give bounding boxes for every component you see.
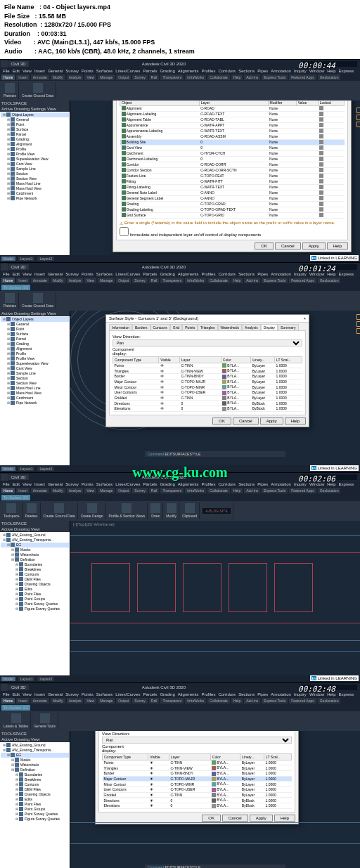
doc-tab[interactable]: Civil 3D [8,685,29,690]
table-row[interactable]: Gridded👁C-TINNBYLA...ByLayer1.0000 [113,395,302,401]
tree-node[interactable]: ⊞Point Survey Queries [1,602,69,607]
viewport[interactable]: Drawing Settings - Object Layers× Units … [70,101,360,255]
visibility-icon[interactable]: 👁 [160,396,164,400]
menu-item[interactable]: Grading [160,272,174,276]
table-row[interactable]: Alignment-LabelingC-ROAD-TEXTNone [120,111,345,117]
ribbon-tab[interactable]: Express Tools [262,698,288,704]
tree-node[interactable]: ⊞Mass Haul View [1,391,69,396]
menu-item[interactable]: Pipes [257,272,268,276]
tree-node[interactable]: ⊞Definition [1,767,69,772]
tree-node[interactable]: ⊞Masks [1,758,69,763]
tree-node[interactable]: ⊞Sample Line [1,167,69,171]
tree-node[interactable]: ⊞Point Groups [1,597,69,602]
ribbon-tab[interactable]: InfraWorks [185,75,206,80]
palettes-group[interactable]: Palettes [1,292,19,309]
tree-node[interactable]: ⊞Contours [1,572,69,577]
tree-node[interactable]: ⊞Cant View [1,162,69,167]
ribbon-tab[interactable]: View [84,488,96,493]
tree-node[interactable]: ⊞Point Survey Queries [1,812,69,817]
tree-node[interactable]: ⊞Masks [1,548,69,552]
menu-item[interactable]: Grading [160,69,174,73]
visibility-icon[interactable]: 👁 [160,374,164,378]
lock-icon[interactable] [319,207,323,212]
menu-item[interactable]: Surfaces [96,692,113,697]
menu-item[interactable]: Corridors [218,69,236,73]
model-tab[interactable]: Layout2 [37,677,54,681]
menu-item[interactable]: Survey [65,482,79,486]
tree-node[interactable]: ⊞Parcel [1,337,69,342]
table-row[interactable]: Elevations👁0BYLA...ByBlock1.0000 [113,406,302,411]
ribbon-tab[interactable]: Insert [16,75,30,80]
help-button[interactable]: Help [327,242,348,250]
tree-node[interactable]: ⊞Grading [1,137,69,142]
tree-node[interactable]: ⊞Point Groups [1,807,69,812]
tree-node[interactable]: ⊞Edits [1,797,69,802]
dialog-tab[interactable]: Grid [170,324,182,330]
menu-item[interactable]: Sections [238,692,255,697]
ribbon-tab[interactable]: Help [231,488,243,493]
menu-item[interactable]: Alignments [178,272,199,276]
menu-item[interactable]: Insert [34,692,45,697]
ribbon-tab[interactable]: View [84,278,96,283]
ribbon-tab[interactable]: Rail [149,75,160,80]
menu-item[interactable]: General [48,272,63,276]
table-row[interactable]: GradingC-TOPO-GRADNone [120,201,345,207]
ribbon-tab[interactable]: Express Tools [262,488,288,493]
help-button[interactable]: Help [285,417,306,425]
tree-node[interactable]: ⊞Profile [1,351,69,356]
visibility-icon[interactable]: 👁 [160,385,164,389]
ribbon-tab[interactable]: Modify [51,488,65,493]
lock-icon[interactable] [319,129,323,133]
tree-node[interactable]: ⊞AW_Existing_Ground [1,533,69,538]
app-icon[interactable] [1,264,8,271]
menu-item[interactable]: Lines/Curves [115,69,140,73]
ribbon-tab-contextual[interactable]: Tin Surface: EG [1,495,30,500]
lock-icon[interactable] [319,185,323,189]
ribbon-tab[interactable]: Insert [16,278,30,283]
menu-item[interactable]: Sections [238,69,255,73]
tree-node[interactable]: ⊞Point [1,327,69,332]
menu-item[interactable]: View [22,69,32,73]
ribbon-tab[interactable]: Featured Apps [289,75,316,80]
ribbon-tab[interactable]: Transparent [160,698,184,704]
tree-node[interactable]: ⊞Surface [1,127,69,132]
tree-node[interactable]: ⊞DEM Files [1,577,69,582]
table-row[interactable]: General Note LabelC-ANNONone [120,190,345,195]
menu-item[interactable]: Annotation [271,272,291,276]
lock-icon[interactable] [319,123,323,127]
tree-node[interactable]: ⊞Figure Survey Queries [1,817,69,822]
ribbon-tab[interactable]: Analyze [67,75,84,80]
menu-item[interactable]: Pipes [257,69,268,73]
menu-item[interactable]: Alignments [178,69,199,73]
ribbon-tab[interactable]: Collaborate [207,698,230,704]
tree-node[interactable]: ⊞Pipe Network [1,196,69,201]
menu-item[interactable]: View [22,692,32,697]
lock-icon[interactable] [319,151,323,155]
tree-node[interactable]: ⊞Breaklines [1,567,69,572]
ribbon-tab[interactable]: Transparent [160,278,184,283]
menu-item[interactable]: General [48,482,63,486]
tree-node[interactable]: ⊞Object Layers [1,112,69,117]
table-row[interactable]: Alignment TableC-ROAD-TABLNone [120,117,345,122]
tree-node[interactable]: ⊞Boundaries [1,772,69,777]
ribbon-tab[interactable]: Featured Apps [289,488,316,493]
ribbon-tab[interactable]: InfraWorks [185,698,206,704]
visibility-icon[interactable]: 👁 [160,363,164,368]
ribbon-tab[interactable]: Analyze [67,278,84,283]
tree-node[interactable]: ⊞DEM Files [1,787,69,792]
lock-icon[interactable] [319,117,323,122]
tree-node[interactable]: ⊞Pipe Network [1,401,69,406]
tree-node[interactable]: ⊞Mass Haul Line [1,181,69,186]
ribbon-tab[interactable]: Annotate [31,75,49,80]
tree-node[interactable]: ⊞Superelevation View [1,157,69,162]
ribbon-tab[interactable]: Manage [98,278,115,283]
dialog-tab[interactable]: Borders [132,324,150,330]
ribbon-tab[interactable]: Analyze [67,698,84,704]
ribbon-tab[interactable]: Rail [149,698,160,704]
table-row[interactable]: Border👁C-TINN-BNDYBYLA...ByLayer1.0000 [113,373,302,379]
ribbon-tab[interactable]: Manage [98,75,115,80]
menu-item[interactable]: Corridors [218,272,236,276]
ribbon-group[interactable]: Modify [164,503,179,519]
ribbon-tab[interactable]: Geolocation [318,488,341,493]
visibility-icon[interactable]: 👁 [160,406,164,410]
